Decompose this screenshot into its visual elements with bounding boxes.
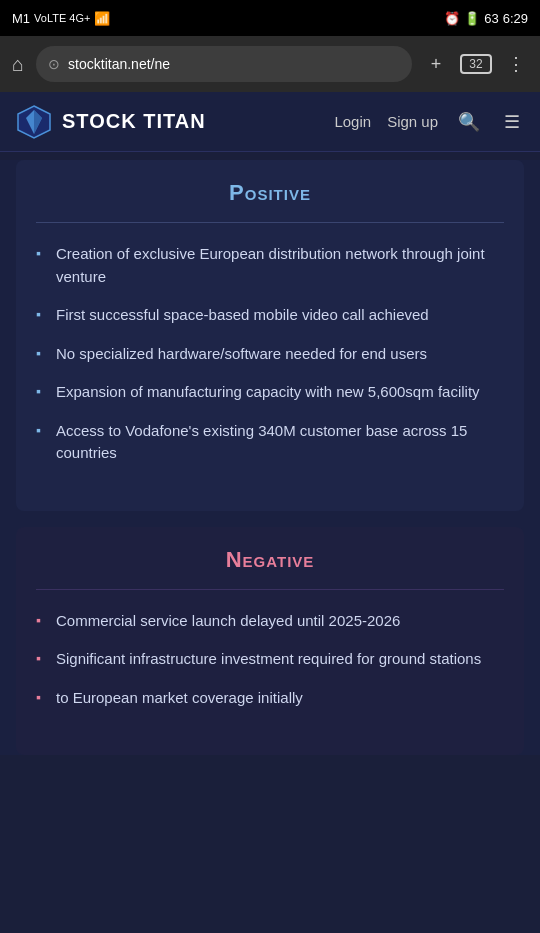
browser-chrome: ⌂ ⊙ stocktitan.net/ne + 32 ⋮ <box>0 36 540 92</box>
network-type: VoLTE 4G+ <box>34 12 90 24</box>
home-button[interactable]: ⌂ <box>8 49 28 80</box>
list-item: Commercial service launch delayed until … <box>36 610 504 633</box>
signal-icon: 📶 <box>94 11 110 26</box>
list-item: No specialized hardware/software needed … <box>36 343 504 366</box>
negative-divider <box>36 589 504 590</box>
tabs-count-button[interactable]: 32 <box>460 54 492 74</box>
signup-link[interactable]: Sign up <box>387 113 438 130</box>
status-bar: M1 VoLTE 4G+ 📶 ⏰ 🔋 63 6:29 <box>0 0 540 36</box>
list-item: Expansion of manufacturing capacity with… <box>36 381 504 404</box>
logo-container: STOCK TITAN <box>16 104 334 140</box>
carrier-label: M1 <box>12 11 30 26</box>
positive-bullet-list: Creation of exclusive European distribut… <box>36 243 504 465</box>
positive-section: Positive Creation of exclusive European … <box>16 160 524 511</box>
list-item: Significant infrastructure investment re… <box>36 648 504 671</box>
list-item: to European market coverage initially <box>36 687 504 710</box>
status-left: M1 VoLTE 4G+ 📶 <box>12 11 110 26</box>
negative-bullet-list: Commercial service launch delayed until … <box>36 610 504 710</box>
time-label: 6:29 <box>503 11 528 26</box>
nav-links: Login Sign up 🔍 ☰ <box>334 107 524 137</box>
positive-title: Positive <box>36 180 504 206</box>
list-item: First successful space-based mobile vide… <box>36 304 504 327</box>
list-item: Creation of exclusive European distribut… <box>36 243 504 288</box>
url-text: stocktitan.net/ne <box>68 56 170 72</box>
battery-icon: 🔋 <box>464 11 480 26</box>
status-right: ⏰ 🔋 63 6:29 <box>444 11 528 26</box>
negative-section: Negative Commercial service launch delay… <box>16 527 524 756</box>
add-tab-button[interactable]: + <box>420 48 452 81</box>
alarm-icon: ⏰ <box>444 11 460 26</box>
site-header: STOCK TITAN Login Sign up 🔍 ☰ <box>0 92 540 152</box>
logo-icon <box>16 104 52 140</box>
positive-divider <box>36 222 504 223</box>
search-icon[interactable]: 🔍 <box>454 107 484 137</box>
negative-title: Negative <box>36 547 504 573</box>
main-content: Positive Creation of exclusive European … <box>0 160 540 755</box>
browser-menu-button[interactable]: ⋮ <box>500 47 532 81</box>
url-bar[interactable]: ⊙ stocktitan.net/ne <box>36 46 412 82</box>
login-link[interactable]: Login <box>334 113 371 130</box>
menu-icon[interactable]: ☰ <box>500 107 524 137</box>
list-item: Access to Vodafone's existing 340M custo… <box>36 420 504 465</box>
site-icon: ⊙ <box>48 56 60 72</box>
logo-text: STOCK TITAN <box>62 110 206 133</box>
battery-percent: 63 <box>484 11 498 26</box>
